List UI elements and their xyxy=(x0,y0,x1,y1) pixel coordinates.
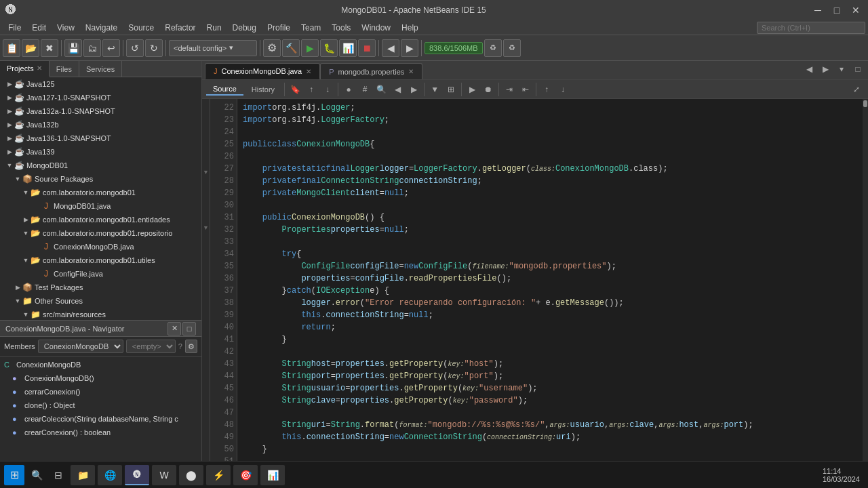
editor-source-tab[interactable]: Source xyxy=(206,83,243,96)
editor-tab-conexion[interactable]: J ConexionMongoDB.java ✕ xyxy=(205,63,320,79)
tab-files[interactable]: Files xyxy=(50,61,79,77)
find-prev-button[interactable]: ◀ xyxy=(390,82,405,97)
clean-build-button[interactable]: 🔨 xyxy=(282,39,300,57)
menu-edit[interactable]: Edit xyxy=(26,20,52,35)
menu-team[interactable]: Team xyxy=(296,20,326,35)
start-button[interactable]: ⊞ xyxy=(4,465,24,485)
run-button[interactable]: ▶ xyxy=(301,39,319,57)
taskbar-chrome-button[interactable]: ⬤ xyxy=(179,465,203,485)
nav-member-filter-select[interactable]: <empty> xyxy=(126,340,176,353)
gc-button-2[interactable]: ♻ xyxy=(503,39,521,57)
prev-bookmark-button[interactable]: ↑ xyxy=(304,82,319,97)
tree-item-config-java[interactable]: J ConfigFile.java xyxy=(0,267,201,281)
menu-debug[interactable]: Debug xyxy=(227,20,262,35)
menu-navigate[interactable]: Navigate xyxy=(80,20,123,35)
tree-item-java132b[interactable]: ▶ ☕ Java132b xyxy=(0,118,201,131)
nav-item-clone[interactable]: ● clone() : Object xyxy=(0,399,201,412)
outdent-button[interactable]: ⇤ xyxy=(518,82,533,97)
menu-profile[interactable]: Profile xyxy=(262,20,296,35)
close-button[interactable]: ✕ xyxy=(849,3,863,17)
back-button[interactable]: ◀ xyxy=(382,39,399,57)
tab-props-close[interactable]: ✕ xyxy=(408,68,414,75)
taskbar-app2-button[interactable]: 🎯 xyxy=(233,465,258,485)
taskbar-app1-button[interactable]: ⚡ xyxy=(206,465,231,485)
taskbar-explorer-button[interactable]: 📁 xyxy=(71,465,95,485)
tree-item-mongodb01[interactable]: ▼ ☕ MongoDB01 xyxy=(0,159,201,172)
toggle-breakpoint-button[interactable]: ● xyxy=(341,82,356,97)
menu-window[interactable]: Window xyxy=(356,20,396,35)
tree-item-pkg-utiles[interactable]: ▼ 📂 com.laboratorio.mongodb01.utiles xyxy=(0,253,201,267)
taskbar-word-button[interactable]: W xyxy=(152,465,176,485)
next-bookmark-button[interactable]: ↓ xyxy=(320,82,335,97)
run-macro-button[interactable]: ▶ xyxy=(465,82,479,97)
shift-lines-down-button[interactable]: ↓ xyxy=(555,82,570,97)
toggle-bookmark-button[interactable]: 🔖 xyxy=(288,82,302,97)
stop-button[interactable]: ⏹ xyxy=(358,39,376,57)
tree-item-java132a[interactable]: ▶ ☕ Java132a-1.0-SNAPSHOT xyxy=(0,104,201,118)
tree-item-pkg-entidades[interactable]: ▶ 📂 com.laboratorio.mongodb01.entidades xyxy=(0,213,201,226)
tree-item-test-packages[interactable]: ▶ 📦 Test Packages xyxy=(0,281,201,294)
memory-indicator[interactable]: 838.6/1506MB xyxy=(425,42,483,54)
toggle-linenum-button[interactable]: # xyxy=(357,82,372,97)
find-button[interactable]: 🔍 xyxy=(374,82,389,97)
save-all-button[interactable]: 🗂 xyxy=(83,39,101,57)
navigator-maximize-button[interactable]: □ xyxy=(182,322,196,336)
menu-run[interactable]: Run xyxy=(201,20,227,35)
tab-scroll-left-button[interactable]: ◀ xyxy=(802,62,816,77)
taskbar-netbeans-button[interactable]: 🅝 xyxy=(125,465,149,485)
undo-button[interactable]: ↺ xyxy=(126,39,144,57)
code-content[interactable]: import org.slf4j.Logger; import org.slf4… xyxy=(237,99,863,469)
tab-scroll-right-button[interactable]: ▶ xyxy=(818,62,833,77)
editor-tab-mongodb-props[interactable]: P mongodb.properties ✕ xyxy=(320,63,422,79)
save-button[interactable]: 💾 xyxy=(64,39,82,57)
config-dropdown[interactable]: <default config> ▾ xyxy=(169,40,257,56)
menu-file[interactable]: File xyxy=(3,20,26,35)
menu-tools[interactable]: Tools xyxy=(326,20,356,35)
gc-button-1[interactable]: ♻ xyxy=(484,39,502,57)
fold-marker-constructor[interactable]: ▼ xyxy=(202,222,210,234)
close-all-button[interactable]: ✖ xyxy=(41,39,58,57)
tree-item-other-sources[interactable]: ▼ 📁 Other Sources xyxy=(0,294,201,308)
taskbar-app3-button[interactable]: 📊 xyxy=(260,465,285,485)
code-editor[interactable]: ▼ ▼ xyxy=(202,99,868,469)
tree-item-java139[interactable]: ▶ ☕ Java139 xyxy=(0,145,201,159)
nav-item-crear-conexion[interactable]: ● crearConexion() : boolean xyxy=(0,426,201,439)
menu-source[interactable]: Source xyxy=(123,20,159,35)
nav-item-class[interactable]: C ConexionMongoDB xyxy=(0,358,201,371)
tree-item-conexion-java[interactable]: J ConexionMongoDB.java xyxy=(0,240,201,253)
tree-item-pkg-repositorio[interactable]: ▼ 📂 com.laboratorio.mongodb01.repositori… xyxy=(0,226,201,240)
menu-refactor[interactable]: Refactor xyxy=(159,20,201,35)
menu-view[interactable]: View xyxy=(52,20,80,35)
editor-expand-button[interactable]: ⤢ xyxy=(849,82,864,97)
tree-item-java136[interactable]: ▶ ☕ Java136-1.0-SNAPSHOT xyxy=(0,131,201,145)
menu-help[interactable]: Help xyxy=(396,20,424,35)
record-macro-button[interactable]: ⏺ xyxy=(481,82,496,97)
redo-button[interactable]: ↻ xyxy=(145,39,163,57)
nav-item-cerrar[interactable]: ● cerrarConexion() xyxy=(0,385,201,399)
editor-history-tab[interactable]: History xyxy=(245,84,281,95)
expand-all-button[interactable]: ⊞ xyxy=(443,82,458,97)
open-project-button[interactable]: 📂 xyxy=(22,39,39,57)
shift-lines-up-button[interactable]: ↑ xyxy=(539,82,554,97)
search-taskbar-button[interactable]: 🔍 xyxy=(27,466,46,485)
tab-services[interactable]: Services xyxy=(79,61,122,77)
debug-button[interactable]: 🐛 xyxy=(320,39,338,57)
tab-dropdown-button[interactable]: ▾ xyxy=(834,62,849,77)
tab-conexion-close[interactable]: ✕ xyxy=(306,68,311,75)
nav-item-crear-coleccion[interactable]: ● crearColeccion(String databaseName, St… xyxy=(0,412,201,426)
tree-item-java127[interactable]: ▶ ☕ Java127-1.0-SNAPSHOT xyxy=(0,91,201,104)
tab-maximize-button[interactable]: □ xyxy=(850,62,865,77)
new-project-button[interactable]: 📋 xyxy=(3,39,20,57)
revert-button[interactable]: ↩ xyxy=(102,39,120,57)
tree-item-main-resources[interactable]: ▼ 📁 src/main/resources xyxy=(0,308,201,320)
tree-item-java125[interactable]: ▶ ☕ Java125 xyxy=(0,77,201,91)
profile-button[interactable]: 📊 xyxy=(339,39,357,57)
tree-item-mongodb01-java[interactable]: J MongoDB01.java xyxy=(0,199,201,213)
nav-sort-button[interactable]: ⚙ xyxy=(185,340,197,353)
maximize-button[interactable]: □ xyxy=(830,3,844,17)
fold-marker-class[interactable]: ▼ xyxy=(202,166,210,178)
tree-item-source-packages[interactable]: ▼ 📦 Source Packages xyxy=(0,172,201,186)
tab-close-projects[interactable]: ✕ xyxy=(37,64,42,72)
forward-button[interactable]: ▶ xyxy=(401,39,418,57)
tab-projects[interactable]: Projects ✕ xyxy=(0,61,50,77)
